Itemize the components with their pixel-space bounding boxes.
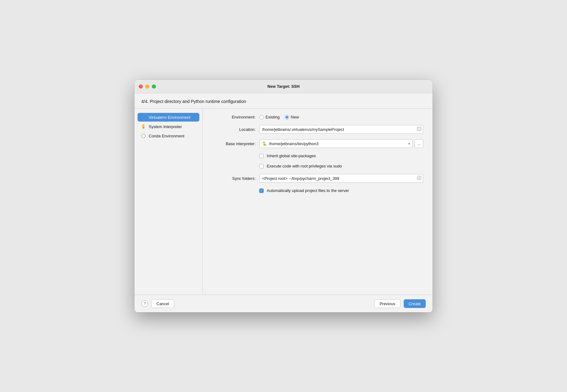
sidebar-item-system[interactable]: System Interpreter bbox=[138, 122, 199, 131]
auto-upload-checkbox[interactable] bbox=[259, 189, 264, 193]
sync-folders-row: Sync folders: bbox=[212, 174, 423, 183]
sidebar-item-virtualenv-label: Virtualenv Environment bbox=[149, 115, 190, 120]
traffic-lights bbox=[139, 84, 156, 88]
sync-folders-label: Sync folders: bbox=[212, 176, 256, 181]
radio-existing-input[interactable] bbox=[259, 115, 264, 119]
location-input-wrapper bbox=[259, 125, 423, 134]
inherit-label: Inherit global site-packages bbox=[267, 154, 316, 158]
execute-label: Execute code with root privileges via su… bbox=[267, 164, 342, 168]
cancel-button[interactable]: Cancel bbox=[151, 299, 174, 308]
sidebar-item-virtualenv[interactable]: Virtualenv Environment bbox=[138, 113, 199, 122]
help-button[interactable]: ? bbox=[141, 300, 148, 307]
sidebar-item-conda[interactable]: Conda Environment bbox=[138, 131, 199, 140]
conda-icon bbox=[141, 133, 146, 139]
close-button[interactable] bbox=[139, 84, 143, 88]
svg-point-3 bbox=[142, 134, 146, 138]
base-interpreter-dropdown[interactable]: 🐍 /home/jetbrains/bin/python3 ▾ bbox=[259, 139, 413, 148]
radio-existing-label: Existing bbox=[265, 115, 280, 119]
base-interpreter-dropdown-wrapper: 🐍 /home/jetbrains/bin/python3 ▾ ... bbox=[259, 139, 423, 148]
location-browse-button[interactable] bbox=[416, 126, 422, 133]
ellipsis-button[interactable]: ... bbox=[415, 139, 423, 148]
chevron-down-icon: ▾ bbox=[408, 142, 410, 145]
auto-upload-row: Automatically upload project files to th… bbox=[212, 188, 423, 193]
footer-left: ? Cancel bbox=[141, 299, 174, 308]
environment-row: Environment: Existing New bbox=[212, 115, 423, 119]
dropdown-content: 🐍 /home/jetbrains/bin/python3 bbox=[262, 141, 404, 146]
svg-point-1 bbox=[143, 117, 144, 118]
form-area: Environment: Existing New Loca bbox=[203, 109, 433, 295]
step-text: 4/4. Project directory and Python runtim… bbox=[141, 99, 246, 104]
sync-folders-input[interactable] bbox=[259, 174, 423, 183]
minimize-button[interactable] bbox=[145, 84, 149, 88]
radio-group-environment: Existing New bbox=[259, 115, 299, 119]
main-area: Virtualenv Environment System Interprete… bbox=[134, 109, 433, 295]
location-row: Location: bbox=[212, 125, 423, 134]
sidebar-item-conda-label: Conda Environment bbox=[149, 134, 184, 138]
python-yellow-icon bbox=[141, 124, 146, 129]
environment-label: Environment: bbox=[212, 115, 256, 119]
python-icon: 🐍 bbox=[262, 141, 267, 146]
location-input[interactable] bbox=[259, 125, 423, 134]
dialog-window: New Target: SSH 4/4. Project directory a… bbox=[134, 80, 433, 312]
step-header: 4/4. Project directory and Python runtim… bbox=[134, 93, 433, 109]
base-interpreter-value: /home/jetbrains/bin/python3 bbox=[269, 141, 319, 146]
footer: ? Cancel Previous Create bbox=[134, 295, 433, 312]
auto-upload-label: Automatically upload project files to th… bbox=[267, 188, 349, 193]
help-icon: ? bbox=[144, 301, 146, 306]
create-button[interactable]: Create bbox=[404, 299, 426, 308]
base-interpreter-row: Base interpreter: 🐍 /home/jetbrains/bin/… bbox=[212, 139, 423, 148]
radio-new-input[interactable] bbox=[285, 115, 289, 119]
location-label: Location: bbox=[212, 127, 256, 132]
sidebar-item-system-label: System Interpreter bbox=[149, 124, 182, 129]
sidebar: Virtualenv Environment System Interprete… bbox=[134, 109, 203, 295]
execute-row: Execute code with root privileges via su… bbox=[212, 164, 423, 168]
title-bar: New Target: SSH bbox=[134, 80, 433, 93]
sync-folders-input-wrapper bbox=[259, 174, 423, 183]
radio-existing[interactable]: Existing bbox=[259, 115, 280, 119]
footer-right: Previous Create bbox=[374, 299, 426, 308]
previous-button[interactable]: Previous bbox=[374, 299, 401, 308]
radio-new-label: New bbox=[291, 115, 299, 119]
inherit-checkbox[interactable] bbox=[259, 154, 264, 158]
sync-folders-browse-button[interactable] bbox=[416, 175, 422, 182]
dialog-content: 4/4. Project directory and Python runtim… bbox=[134, 93, 433, 312]
execute-checkbox[interactable] bbox=[259, 164, 264, 168]
inherit-row: Inherit global site-packages bbox=[212, 154, 423, 158]
radio-new[interactable]: New bbox=[285, 115, 299, 119]
base-interpreter-label: Base interpreter: bbox=[212, 141, 256, 146]
maximize-button[interactable] bbox=[152, 84, 156, 88]
svg-point-2 bbox=[143, 125, 143, 125]
window-title: New Target: SSH bbox=[267, 84, 300, 89]
virtualenv-icon bbox=[141, 114, 146, 120]
